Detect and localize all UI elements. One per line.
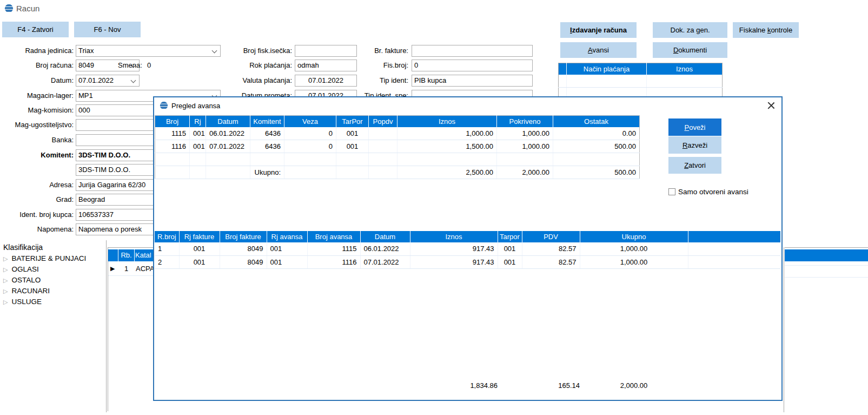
col-popdv[interactable]: Popdv <box>369 116 397 127</box>
link-row[interactable]: 1 001 8049 001 1115 06.01.2022 917.43 00… <box>155 242 780 255</box>
razvezi-button[interactable]: Razveži <box>668 136 721 154</box>
expand-icon[interactable]: ▷ <box>3 266 8 273</box>
cell <box>190 153 206 166</box>
link-row[interactable]: 2 001 8049 001 1116 07.01.2022 917.43 00… <box>155 255 780 268</box>
cell <box>284 153 336 166</box>
fiskalne-kontrole-button[interactable]: Fiskalne kontrole <box>733 22 799 38</box>
col-datum[interactable]: Datum <box>206 116 250 127</box>
button-label-part: oveži <box>689 123 705 131</box>
izdavanje-racuna-button[interactable]: Izdavanje računa <box>560 22 637 38</box>
mag-ugostiteljstvo-field[interactable] <box>76 119 154 131</box>
col-rj[interactable]: Rj <box>190 116 206 127</box>
payment-col-marker <box>559 63 567 75</box>
avans-row[interactable]: 1116 001 07.01.2022 6436 0 001 1,500.00 … <box>155 140 640 153</box>
window-title: Racun <box>16 4 39 13</box>
cell: 8049 <box>220 255 267 268</box>
cell <box>369 153 397 166</box>
col-iznos[interactable]: Iznos <box>397 116 497 127</box>
items-table-header <box>785 249 868 261</box>
dok-za-gen-button[interactable]: Dok. za gen. <box>653 22 727 38</box>
col-broj-avansa[interactable]: Broj avansa <box>307 231 360 242</box>
samo-otvoreni-checkbox[interactable] <box>668 188 675 195</box>
items-col-rb[interactable]: Rb. <box>118 249 134 261</box>
grad-field[interactable]: Beograd <box>76 194 154 206</box>
col-ostatak[interactable]: Ostatak <box>553 116 640 127</box>
col-rbroj[interactable]: R.broj <box>155 231 179 242</box>
payment-col-iznos[interactable]: Iznos <box>647 63 723 75</box>
items-table-border <box>785 247 868 248</box>
cell: 07.01.2022 <box>206 140 250 153</box>
datum-select[interactable]: 07.01.2022 <box>76 75 140 87</box>
cell: 1115 <box>307 242 360 255</box>
cell: 1,500.00 <box>397 140 497 153</box>
total-iznos: 2,500.00 <box>397 166 497 179</box>
col-datum[interactable]: Datum <box>360 231 410 242</box>
cell: 82.57 <box>522 242 580 255</box>
payment-col-nacin[interactable]: Način plaćanja <box>567 63 647 75</box>
cell: 0 <box>284 140 336 153</box>
datum-label: Datum: <box>0 75 74 87</box>
button-label-part: A <box>588 46 592 54</box>
col-pokriveno[interactable]: Pokriveno <box>497 116 553 127</box>
ident-broj-kupca-field[interactable]: 106537337 <box>76 209 154 221</box>
povezi-button[interactable]: Poveži <box>668 118 721 136</box>
komitent-naziv-field[interactable]: 3DS-TIM D.O.O. <box>76 164 154 176</box>
zatvori-button[interactable]: Zatvori <box>668 157 721 174</box>
items-row-katalog[interactable]: ACPA <box>136 264 154 274</box>
col-broj[interactable]: Broj <box>155 116 190 127</box>
col-tarpor[interactable]: Tarpor <box>498 231 522 242</box>
avans-row[interactable]: 1115 001 06.01.2022 6436 0 001 1,000.00 … <box>155 127 640 140</box>
cell <box>284 166 336 179</box>
br-fakture-field[interactable] <box>412 45 533 57</box>
tree-item-racunari[interactable]: ▷RACUNARI <box>3 286 50 297</box>
col-veza[interactable]: Veza <box>284 116 336 127</box>
items-row-rb[interactable]: 1 <box>118 264 134 274</box>
expand-icon[interactable]: ▷ <box>3 288 8 294</box>
col-rj-fakture[interactable]: Rj fakture <box>179 231 220 242</box>
datum-value: 07.01.2022 <box>78 76 114 84</box>
app-icon <box>160 101 168 110</box>
broj-racuna-value: 8049 <box>78 61 94 69</box>
close-icon[interactable] <box>765 100 777 111</box>
cell: 6436 <box>250 140 284 153</box>
expand-icon[interactable]: ▷ <box>3 277 8 284</box>
row-separator <box>785 277 868 278</box>
items-table-border <box>784 247 784 412</box>
tree-item-oglasi[interactable]: ▷OGLASI <box>3 264 39 275</box>
samo-otvoreni-label[interactable]: Samo otvoreni avansi <box>678 188 748 196</box>
cell <box>397 153 497 166</box>
items-col-katalog[interactable]: Katal <box>135 249 154 261</box>
radna-jedinica-select[interactable]: Triax <box>76 45 221 57</box>
tree-item-ostalo[interactable]: ▷OSTALO <box>3 275 41 286</box>
col-ukupno[interactable]: Ukupno <box>580 231 688 242</box>
cell: 8049 <box>220 242 267 255</box>
col-rj-avansa[interactable]: Rj avansa <box>267 231 307 242</box>
col-broj-fakture[interactable]: Broj fakture <box>220 231 267 242</box>
avans-spacer-row <box>155 153 640 166</box>
col-pdv[interactable]: PDV <box>522 231 580 242</box>
cell: 06.01.2022 <box>360 242 410 255</box>
napomena-field[interactable]: Napomena o poresk <box>76 223 154 235</box>
f4-zatvori-button[interactable]: F4 - Zatvori <box>2 22 69 37</box>
dokumenti-button[interactable]: Dokumenti <box>653 42 727 58</box>
col-komitent[interactable]: Komitent <box>250 116 284 127</box>
mag-komision-field[interactable]: 000 <box>76 104 154 116</box>
f6-nov-button[interactable]: F6 - Nov <box>74 22 141 37</box>
cell: 1,000.00 <box>497 140 553 153</box>
dialog-title: Pregled avansa <box>171 102 220 110</box>
banka-field[interactable] <box>76 134 154 146</box>
tree-item-usluge[interactable]: ▷USLUGE <box>3 297 42 307</box>
avansi-button[interactable]: Avansi <box>560 42 637 58</box>
komitent-field[interactable]: 3DS-TIM D.O.O. <box>76 149 154 161</box>
col-iznos[interactable]: Iznos <box>410 231 498 242</box>
totals-label: Ukupno: <box>250 166 284 179</box>
col-tarpor[interactable]: TarPor <box>336 116 369 127</box>
fis-broj-field[interactable]: 0 <box>412 60 533 71</box>
expand-icon[interactable]: ▷ <box>3 299 8 305</box>
cell <box>336 153 369 166</box>
link-total-iznos: 1,834.86 <box>410 381 498 391</box>
tree-item-baterije[interactable]: ▷BATERIJE & PUNJACI <box>3 253 86 264</box>
expand-icon[interactable]: ▷ <box>3 255 8 262</box>
adresa-field[interactable]: Jurija Gagarina 62/30 <box>76 179 154 191</box>
tip-ident-field[interactable]: PIB kupca <box>412 75 533 87</box>
